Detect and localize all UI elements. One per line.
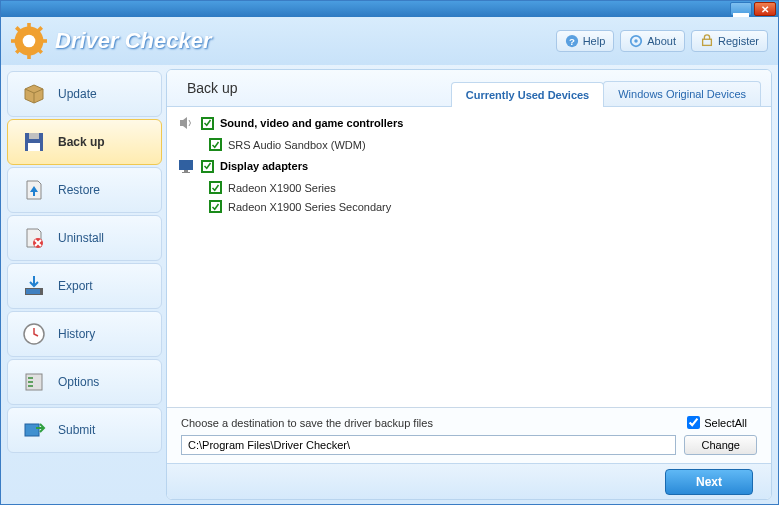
speaker-icon	[177, 114, 195, 132]
gear-icon	[11, 23, 47, 59]
device-row[interactable]: Radeon X1900 Series Secondary	[173, 197, 765, 216]
register-button[interactable]: Register	[691, 30, 768, 52]
restore-icon	[22, 178, 46, 202]
svg-rect-29	[184, 170, 188, 172]
svg-text:?: ?	[569, 36, 575, 47]
sidebar-item-restore[interactable]: Restore	[7, 167, 162, 213]
sidebar-item-export[interactable]: Export	[7, 263, 162, 309]
change-button[interactable]: Change	[684, 435, 757, 455]
header: Driver Checker ? Help About Register	[1, 17, 778, 65]
svg-point-14	[635, 39, 639, 43]
close-button[interactable]: ✕	[754, 2, 776, 16]
gear-small-icon	[629, 34, 643, 48]
body: Update Back up Restore Uninstall Export …	[1, 65, 778, 504]
svg-point-2	[23, 35, 36, 48]
sidebar-item-submit[interactable]: Submit	[7, 407, 162, 453]
submit-icon	[22, 418, 46, 442]
uninstall-icon	[22, 226, 46, 250]
svg-rect-6	[40, 39, 47, 43]
svg-rect-27	[25, 424, 39, 436]
destination-label: Choose a destination to save the driver …	[181, 417, 687, 429]
tab-original-devices[interactable]: Windows Original Devices	[603, 81, 761, 106]
device-checkbox[interactable]	[209, 181, 222, 194]
minimize-button[interactable]	[730, 2, 752, 16]
device-label: SRS Audio Sandbox (WDM)	[228, 139, 366, 151]
options-icon	[22, 370, 46, 394]
category-checkbox[interactable]	[201, 160, 214, 173]
sidebar-item-backup[interactable]: Back up	[7, 119, 162, 165]
destination-panel: Choose a destination to save the driver …	[167, 407, 771, 463]
key-icon	[700, 34, 714, 48]
category-row[interactable]: Display adapters	[173, 154, 765, 178]
main-panel: Back up Currently Used Devices Windows O…	[166, 69, 772, 500]
tab-current-devices[interactable]: Currently Used Devices	[451, 82, 605, 107]
app-window: ✕ Driver Checker ? Help About Register	[0, 0, 779, 505]
help-icon: ?	[565, 34, 579, 48]
clock-icon	[22, 322, 46, 346]
device-list: Sound, video and game controllers SRS Au…	[167, 107, 771, 407]
svg-rect-21	[26, 289, 40, 294]
monitor-icon	[177, 157, 195, 175]
category-checkbox[interactable]	[201, 117, 214, 130]
sidebar-item-uninstall[interactable]: Uninstall	[7, 215, 162, 261]
svg-rect-3	[27, 23, 31, 30]
svg-rect-4	[27, 52, 31, 59]
help-button[interactable]: ? Help	[556, 30, 615, 52]
device-row[interactable]: SRS Audio Sandbox (WDM)	[173, 135, 765, 154]
svg-rect-25	[28, 381, 33, 383]
app-title: Driver Checker	[55, 28, 212, 54]
destination-path-input[interactable]	[181, 435, 676, 455]
select-all-input[interactable]	[687, 416, 700, 429]
device-row[interactable]: Radeon X1900 Series	[173, 178, 765, 197]
svg-rect-18	[28, 143, 40, 151]
category-label: Display adapters	[220, 160, 308, 172]
footer: Next	[167, 463, 771, 499]
svg-rect-15	[703, 39, 712, 45]
sidebar-item-options[interactable]: Options	[7, 359, 162, 405]
svg-rect-26	[28, 385, 33, 387]
select-all-checkbox[interactable]: SelectAll	[687, 416, 747, 429]
svg-rect-0	[733, 13, 749, 17]
svg-rect-30	[182, 172, 190, 173]
device-checkbox[interactable]	[209, 138, 222, 151]
about-button[interactable]: About	[620, 30, 685, 52]
svg-rect-17	[29, 133, 39, 139]
svg-rect-28	[179, 160, 193, 170]
minimize-icon	[731, 0, 751, 19]
box-icon	[22, 82, 46, 106]
header-actions: ? Help About Register	[556, 30, 768, 52]
close-icon: ✕	[761, 4, 769, 15]
device-label: Radeon X1900 Series Secondary	[228, 201, 391, 213]
page-header: Back up Currently Used Devices Windows O…	[167, 70, 771, 107]
svg-rect-24	[28, 377, 33, 379]
titlebar: ✕	[1, 1, 778, 17]
sidebar: Update Back up Restore Uninstall Export …	[1, 65, 166, 504]
page-title: Back up	[187, 80, 452, 106]
device-checkbox[interactable]	[209, 200, 222, 213]
svg-rect-5	[11, 39, 18, 43]
device-label: Radeon X1900 Series	[228, 182, 336, 194]
logo-area: Driver Checker	[11, 23, 212, 59]
floppy-icon	[22, 130, 46, 154]
sidebar-item-history[interactable]: History	[7, 311, 162, 357]
next-button[interactable]: Next	[665, 469, 753, 495]
tabs: Currently Used Devices Windows Original …	[452, 81, 761, 106]
export-icon	[22, 274, 46, 298]
category-row[interactable]: Sound, video and game controllers	[173, 111, 765, 135]
category-label: Sound, video and game controllers	[220, 117, 403, 129]
sidebar-item-update[interactable]: Update	[7, 71, 162, 117]
